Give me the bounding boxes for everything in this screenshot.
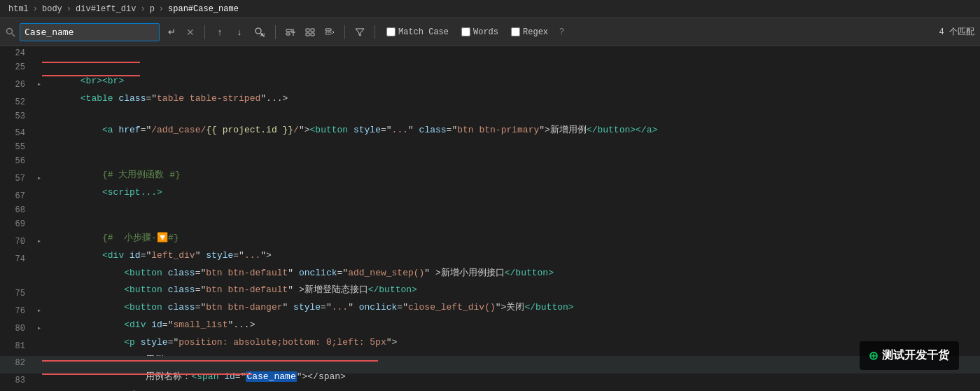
find-input[interactable] [20,23,160,41]
breadcrumb-item-body[interactable]: body [42,4,62,14]
match-count: 4 个匹配 [939,26,974,38]
table-row: 74 <button class="btn btn-default" oncli… [0,252,980,270]
next-match-button[interactable]: ↓ [232,25,247,40]
svg-rect-10 [311,29,314,32]
svg-rect-14 [326,32,331,34]
svg-rect-5 [286,29,292,32]
table-row: 82 用例名称：<span id="Case_name"></span> [0,356,980,373]
add-selection-button[interactable] [283,25,298,40]
code-area: 24 25 <br><br> 26 ▸ <table class="table … [0,46,980,391]
fold-icon-57[interactable]: ▸ [37,172,41,186]
wechat-label: 测试开发干货 [882,348,949,363]
sep-2 [275,25,276,39]
breadcrumb-item-p[interactable]: p [150,4,155,14]
find-bar: ↵ ✕ ↑ ↓ ALL [0,18,980,46]
breadcrumb-sep-2: › [66,4,71,14]
words-checkbox[interactable] [461,27,470,36]
sep-4 [374,25,375,39]
fold-icon-80[interactable]: ▸ [37,322,41,336]
table-row: 68 [0,203,980,217]
enter-icon-button[interactable]: ↵ [164,25,179,40]
svg-rect-6 [286,33,290,35]
fold-icon-76[interactable]: ▸ [37,304,41,318]
table-row: 55 [0,140,980,154]
table-row: 56 {# 大用例函数 #} [0,154,980,172]
table-row: 80 ▸ <p style="position: absolute;bottom… [0,322,980,339]
table-row: 57 ▸ <script...> [0,172,980,189]
breadcrumb-sep-4: › [159,4,164,14]
table-row: 70 ▸ <div id="left_div" style="..."> [0,235,980,252]
table-row: 53 <a href="/add_case/{{ project.id }}/"… [0,109,980,127]
breadcrumb-item-span[interactable]: span#Case_name [168,4,239,14]
wechat-watermark: ⊕ 测试开发干货 [860,341,959,370]
search-icon [6,27,15,37]
prev-match-button[interactable]: ↑ [212,25,227,40]
sep-1 [204,25,205,39]
regex-label: Regex [523,27,548,37]
fold-icon[interactable]: ▸ [37,78,41,92]
sep-3 [344,25,345,39]
wechat-icon: ⊕ [869,347,878,364]
table-row: 25 <br><br> [0,60,980,78]
svg-line-1 [12,34,15,36]
breadcrumb-sep-1: › [33,4,38,14]
clear-search-button[interactable]: ✕ [183,27,197,38]
breadcrumb-bar: html › body › div#left_div › p › span#Ca… [0,0,980,18]
svg-rect-12 [311,33,314,36]
match-case-checkbox[interactable] [386,27,396,36]
words-label: Words [473,27,498,37]
fold-icon-70[interactable]: ▸ [37,235,41,249]
match-case-option[interactable]: Match Case [382,26,453,39]
table-row: 67 [0,189,980,203]
help-icon[interactable]: ? [556,27,567,37]
svg-rect-9 [306,29,309,32]
table-row: 75 <button class="btn btn-danger" style=… [0,287,980,304]
table-row: 69 {# 小步骤-🔽#} [0,217,980,235]
regex-checkbox[interactable] [511,27,520,36]
breadcrumb-sep-3: › [140,4,145,14]
filter-button[interactable] [352,25,368,40]
words-option[interactable]: Words [457,26,503,39]
table-row: 52 [0,95,980,109]
replace-button[interactable] [322,25,337,40]
svg-rect-13 [326,29,331,31]
breadcrumb-item-html[interactable]: html [8,4,29,14]
svg-text:ALL: ALL [260,32,265,37]
table-row: 74 <button class="btn btn-default" >新增登陆… [0,269,980,287]
svg-rect-11 [306,33,309,36]
table-row: 81 用例id： <span id="Case_id"></span> [0,339,980,357]
table-row: 26 ▸ <table class="table table-striped".… [0,78,980,95]
find-all-button[interactable]: ALL [251,25,268,40]
table-row: 54 [0,126,980,140]
table-row: 24 [0,46,980,60]
select-all-occurrences-button[interactable] [302,25,318,40]
match-case-label: Match Case [398,27,449,37]
breadcrumb-item-div[interactable]: div#left_div [76,4,136,14]
svg-point-0 [7,28,13,34]
regex-option[interactable]: Regex [507,26,552,39]
table-row: 76 ▸ <div id="small_list"...> [0,304,980,322]
table-row: 83 </p> [0,373,980,391]
